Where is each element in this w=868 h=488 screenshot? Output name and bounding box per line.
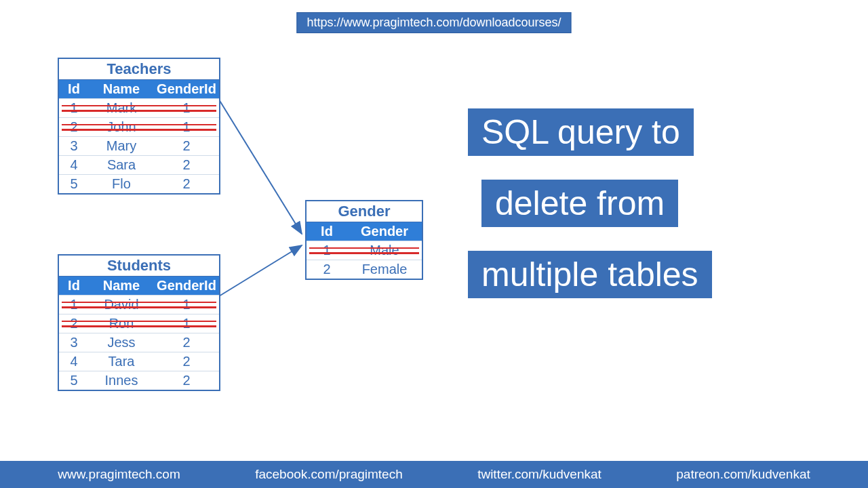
table-row: 1 Mark 1	[59, 98, 219, 117]
cell: 2	[154, 352, 219, 371]
table-row: 5 Flo 2	[59, 174, 219, 193]
footer-facebook[interactable]: facebook.com/pragimtech	[255, 467, 403, 482]
cell: Innes	[89, 371, 154, 390]
footer-bar: www.pragimtech.com facebook.com/pragimte…	[0, 461, 868, 488]
cell: 4	[59, 352, 89, 371]
col-header: Id	[59, 277, 89, 295]
cell: Mary	[89, 137, 154, 155]
cell: 5	[59, 371, 89, 390]
headline-line-2: delete from	[481, 180, 678, 227]
cell: Flo	[89, 175, 154, 193]
col-header: Gender	[347, 222, 422, 241]
cell: 2	[154, 137, 219, 155]
cell: 2	[154, 371, 219, 390]
table-row: 2 Female	[307, 260, 422, 279]
footer-site[interactable]: www.pragimtech.com	[58, 467, 180, 482]
cell: 2	[154, 333, 219, 352]
cell: 1	[154, 314, 219, 333]
cell: David	[89, 296, 154, 314]
table-header-row: Id Name GenderId	[59, 277, 219, 295]
table-row: 4 Tara 2	[59, 352, 219, 371]
cell: 1	[307, 241, 347, 260]
table-students: Students Id Name GenderId 1 David 1 2 Ro…	[58, 254, 220, 391]
cell: John	[89, 118, 154, 136]
col-header: GenderId	[154, 277, 219, 295]
cell: 2	[307, 260, 347, 279]
cell: Male	[347, 241, 422, 260]
table-row: 3 Mary 2	[59, 136, 219, 155]
cell: 3	[59, 137, 89, 155]
cell: 1	[154, 296, 219, 314]
col-header: Id	[59, 80, 89, 98]
cell: 2	[59, 118, 89, 136]
headline-line-1: SQL query to	[468, 108, 694, 156]
table-row: 1 David 1	[59, 295, 219, 314]
svg-line-1	[219, 100, 302, 234]
table-row: 2 John 1	[59, 117, 219, 136]
cell: 1	[154, 99, 219, 117]
cell: 2	[154, 175, 219, 193]
col-header: Name	[89, 277, 154, 295]
svg-line-2	[219, 245, 302, 296]
table-title: Students	[59, 256, 219, 277]
table-header-row: Id Name GenderId	[59, 80, 219, 98]
cell: 4	[59, 156, 89, 174]
footer-patreon[interactable]: patreon.com/kudvenkat	[676, 467, 810, 482]
table-title: Gender	[307, 201, 422, 222]
cell: Ron	[89, 314, 154, 333]
diagram-canvas: Teachers Id Name GenderId 1 Mark 1 2 Joh…	[0, 47, 868, 441]
table-row: 5 Innes 2	[59, 371, 219, 390]
table-teachers: Teachers Id Name GenderId 1 Mark 1 2 Joh…	[58, 58, 220, 195]
cell: 3	[59, 333, 89, 352]
col-header: Name	[89, 80, 154, 98]
table-row: 1 Male	[307, 241, 422, 260]
col-header: Id	[307, 222, 347, 241]
cell: Jess	[89, 333, 154, 352]
table-title: Teachers	[59, 59, 219, 80]
table-row: 3 Jess 2	[59, 333, 219, 352]
table-row: 2 Ron 1	[59, 314, 219, 333]
cell: 1	[59, 296, 89, 314]
cell: 2	[154, 156, 219, 174]
cell: 1	[59, 99, 89, 117]
cell: 5	[59, 175, 89, 193]
table-gender: Gender Id Gender 1 Male 2 Female	[305, 200, 423, 280]
cell: Female	[347, 260, 422, 279]
table-row: 4 Sara 2	[59, 155, 219, 174]
footer-twitter[interactable]: twitter.com/kudvenkat	[477, 467, 601, 482]
col-header: GenderId	[154, 80, 219, 98]
cell: Sara	[89, 156, 154, 174]
top-url-banner[interactable]: https://www.pragimtech.com/downloadcours…	[296, 12, 571, 33]
headline-line-3: multiple tables	[468, 251, 712, 298]
cell: 1	[154, 118, 219, 136]
cell: Tara	[89, 352, 154, 371]
table-header-row: Id Gender	[307, 222, 422, 241]
cell: 2	[59, 314, 89, 333]
cell: Mark	[89, 99, 154, 117]
